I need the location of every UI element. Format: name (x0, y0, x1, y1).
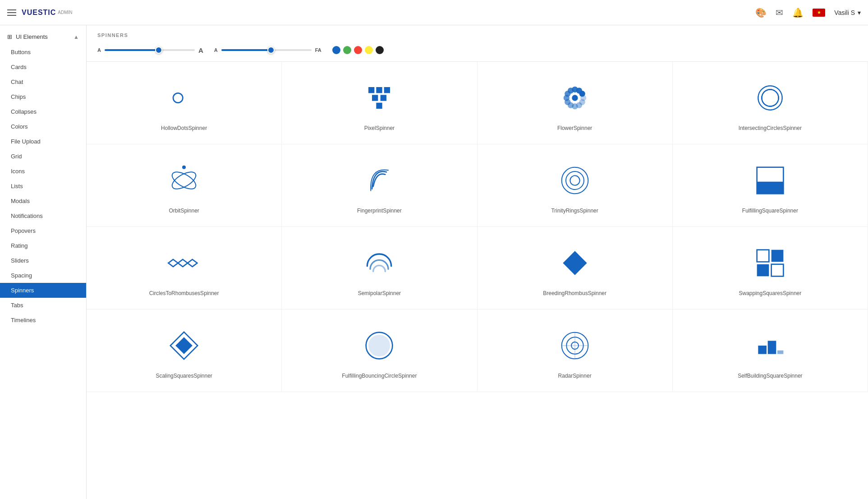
size-slider-group: A A (97, 46, 203, 54)
spinner-label-14: RadarSpinner (558, 373, 592, 379)
sidebar-item-collapses[interactable]: Collapses (0, 104, 86, 119)
user-menu[interactable]: Vasili S ▾ (834, 9, 861, 16)
layout: ⊞ UI Elements ▲ ButtonsCardsChatChipsCol… (0, 25, 868, 499)
spinners-grid: HollowDotsSpinner PixelSpinner FlowerSpi… (87, 62, 868, 392)
sidebar-item-notifications[interactable]: Notifications (0, 208, 86, 223)
color-dot-2[interactable] (354, 46, 362, 54)
sidebar-item-lists[interactable]: Lists (0, 179, 86, 194)
spinner-label-8: CirclesToRhombusesSpinner (149, 290, 219, 296)
spinner-icon-pixel (361, 80, 397, 116)
mail-icon[interactable]: ✉ (776, 7, 783, 18)
spinner-icon-fulfilling-square (752, 162, 788, 199)
svg-point-28 (182, 166, 186, 169)
spinner-label-5: FingerprintSpinner (357, 208, 402, 214)
spinner-icon-trinity-rings (557, 162, 593, 199)
svg-point-24 (759, 87, 781, 109)
palette-icon[interactable]: 🎨 (755, 7, 767, 18)
spinner-icon-fulfilling-bouncing-circle (361, 328, 397, 364)
svg-marker-34 (168, 259, 178, 267)
sidebar-item-file-upload[interactable]: File Upload (0, 134, 86, 149)
sidebar-item-spacing[interactable]: Spacing (0, 268, 86, 283)
svg-marker-36 (188, 259, 197, 267)
spinner-cell-trinity-rings[interactable]: TrinityRingsSpinner (478, 144, 673, 227)
sidebar-item-sliders[interactable]: Sliders (0, 253, 86, 268)
sidebar-item-icons[interactable]: Icons (0, 164, 86, 179)
spinner-cell-scaling-squares[interactable]: ScalingSquaresSpinner (87, 310, 282, 392)
sidebar-item-cards[interactable]: Cards (0, 60, 86, 74)
sidebar-item-grid[interactable]: Grid (0, 149, 86, 164)
spinner-cell-hollow-dots[interactable]: HollowDotsSpinner (87, 62, 282, 144)
spinner-cell-swapping-squares[interactable]: SwappingSquaresSpinner (673, 227, 868, 310)
svg-rect-6 (377, 103, 382, 109)
logo-admin: ADMIN (58, 10, 72, 15)
sidebar-item-colors[interactable]: Colors (0, 119, 86, 134)
spinner-cell-fingerprint[interactable]: FingerprintSpinner (282, 144, 477, 227)
spinner-cell-fulfilling-bouncing-circle[interactable]: FulfillingBouncingCircleSpinner (282, 310, 477, 392)
size-slider[interactable] (105, 49, 195, 51)
spinner-label-11: SwappingSquaresSpinner (739, 290, 801, 296)
speed-slider[interactable] (221, 49, 312, 51)
spinner-icon-flower (557, 80, 593, 116)
spinner-cell-circles-to-rhombuses[interactable]: CirclesToRhombusesSpinner (87, 227, 282, 310)
controls-bar: A A A FA (87, 42, 868, 62)
topnav-left: VUESTIC ADMIN (7, 9, 73, 17)
svg-rect-39 (772, 250, 784, 262)
svg-point-30 (566, 171, 584, 189)
sidebar-item-rating[interactable]: Rating (0, 238, 86, 253)
svg-rect-38 (757, 250, 769, 262)
svg-rect-33 (757, 182, 784, 194)
flag-icon[interactable]: ★ (813, 9, 825, 17)
sidebar-section-ui-elements[interactable]: ⊞ UI Elements ▲ (0, 29, 86, 45)
main-content: SPINNERS A A A (87, 25, 868, 499)
color-dot-3[interactable] (365, 46, 373, 54)
spinner-label-1: PixelSpinner (364, 125, 395, 131)
spinner-label-3: IntersectingCirclesSpinner (739, 125, 802, 131)
spinner-icon-radar (557, 328, 593, 364)
sidebar-item-spinners[interactable]: Spinners (0, 283, 86, 298)
svg-marker-37 (563, 251, 587, 275)
sidebar-section-label: UI Elements (16, 33, 48, 40)
sidebar-item-tabs[interactable]: Tabs (0, 298, 86, 313)
svg-marker-35 (178, 259, 188, 267)
svg-point-0 (173, 93, 183, 102)
sidebar-item-buttons[interactable]: Buttons (0, 45, 86, 60)
spinner-label-7: FulfillingSquareSpinner (742, 208, 798, 214)
menu-button[interactable] (7, 9, 16, 16)
topnav: VUESTIC ADMIN 🎨 ✉ 🔔 ★ Vasili S ▾ (0, 0, 868, 25)
logo-text: VUESTIC (22, 9, 56, 17)
svg-rect-2 (377, 87, 382, 93)
svg-point-25 (753, 82, 786, 115)
sidebar-item-popovers[interactable]: Popovers (0, 223, 86, 238)
spinner-cell-self-building-square[interactable]: SelfBuildingSquareSpinner (673, 310, 868, 392)
spinner-icon-semipolar (361, 245, 397, 281)
spinner-cell-semipolar[interactable]: SemipolarSpinner (282, 227, 477, 310)
sidebar-item-modals[interactable]: Modals (0, 194, 86, 208)
color-dot-4[interactable] (376, 46, 384, 54)
color-dot-0[interactable] (332, 46, 340, 54)
sidebar-item-timelines[interactable]: Timelines (0, 313, 86, 328)
spinner-icon-fingerprint (361, 162, 397, 199)
svg-point-45 (368, 335, 390, 356)
sidebar-item-chips[interactable]: Chips (0, 89, 86, 104)
svg-rect-51 (758, 346, 767, 354)
speed-slider-group: A FA (214, 47, 321, 53)
spinner-cell-intersecting-circles[interactable]: IntersectingCirclesSpinner (673, 62, 868, 144)
color-dot-1[interactable] (343, 46, 351, 54)
slider1-label-right: A (198, 46, 203, 54)
spinner-cell-breeding-rhombus[interactable]: BreedingRhombusSpinner (478, 227, 673, 310)
svg-rect-5 (381, 95, 386, 101)
svg-rect-53 (777, 351, 783, 354)
spinner-label-15: SelfBuildingSquareSpinner (738, 373, 802, 379)
spinner-cell-radar[interactable]: RadarSpinner (478, 310, 673, 392)
spinner-cell-fulfilling-square[interactable]: FulfillingSquareSpinner (673, 144, 868, 227)
sidebar: ⊞ UI Elements ▲ ButtonsCardsChatChipsCol… (0, 25, 87, 499)
sidebar-item-chat[interactable]: Chat (0, 74, 86, 89)
spinner-cell-pixel[interactable]: PixelSpinner (282, 62, 477, 144)
svg-rect-40 (757, 264, 769, 277)
spinner-cell-orbit[interactable]: OrbitSpinner (87, 144, 282, 227)
spinner-label-0: HollowDotsSpinner (161, 125, 207, 131)
page-header: SPINNERS (87, 25, 868, 42)
spinner-icon-scaling-squares (166, 328, 202, 364)
spinner-cell-flower[interactable]: FlowerSpinner (478, 62, 673, 144)
bell-icon[interactable]: 🔔 (792, 7, 804, 18)
